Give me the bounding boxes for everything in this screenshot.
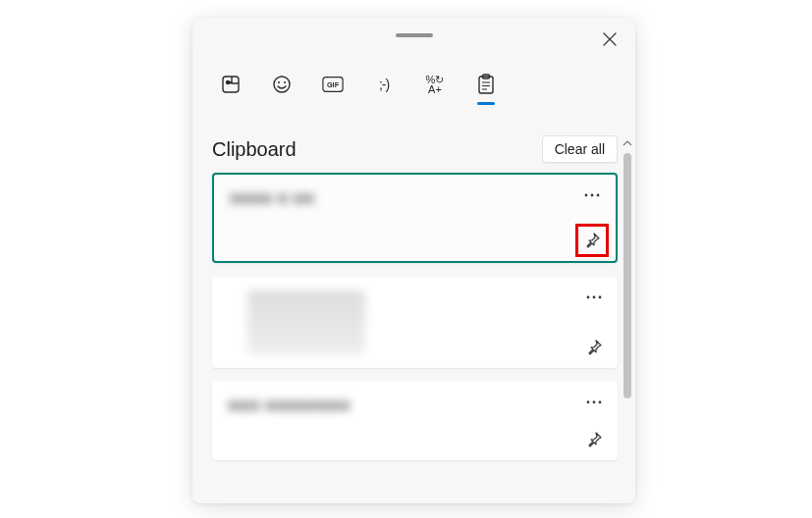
svg-point-15 [587,296,590,299]
scrollbar[interactable] [623,153,631,496]
sticker-icon [221,75,241,94]
clipboard-items: ■■■■ ■ ■■ [212,173,618,460]
tab-emoji[interactable] [271,72,293,97]
item-pin-button[interactable] [577,226,607,255]
item-more-button[interactable] [577,181,607,210]
svg-point-12 [585,194,588,197]
clear-all-button[interactable]: Clear all [542,135,618,163]
clipboard-item[interactable]: ■■■■ ■ ■■ [212,173,618,263]
emoji-clipboard-panel: GIF ;-) %↻A+ Clipboard Clear all ■■■■ ■ … [192,18,635,503]
item-preview-text: ■■■ ■■■■■■■■ [228,395,602,416]
emoji-icon [272,75,292,94]
item-pin-button[interactable] [579,425,609,454]
item-preview-image [247,290,365,354]
svg-point-3 [278,81,280,83]
svg-point-18 [587,401,590,404]
chevron-up-icon [623,140,632,146]
item-more-button[interactable] [579,388,609,417]
tab-gif[interactable]: GIF [322,72,344,97]
pin-icon [586,339,602,355]
svg-point-4 [284,81,286,83]
tab-kaomoji[interactable]: ;-) [373,72,395,97]
item-preview-text: ■■■■ ■ ■■ [230,188,600,209]
clipboard-item[interactable]: ■■■ ■■■■■■■■ [212,382,618,460]
svg-point-1 [226,80,230,84]
svg-rect-0 [223,77,239,92]
item-more-button[interactable] [579,283,609,312]
tab-bar: GIF ;-) %↻A+ [220,72,497,97]
close-button[interactable] [598,27,622,51]
tab-clipboard[interactable] [475,72,497,97]
scroll-up-arrow[interactable] [622,137,633,149]
more-icon [586,295,602,299]
drag-handle[interactable] [396,33,433,37]
svg-text:GIF: GIF [327,80,340,89]
clipboard-item[interactable] [212,277,618,368]
item-actions [574,181,610,255]
tab-symbols[interactable]: %↻A+ [424,72,446,97]
pin-icon [584,233,600,248]
more-icon [586,400,602,404]
svg-point-16 [593,296,596,299]
svg-point-2 [274,77,290,92]
pin-icon [586,432,602,447]
close-icon [603,32,617,46]
section-title: Clipboard [212,138,297,161]
symbols-icon: %↻A+ [426,75,445,94]
clipboard-body: Clipboard Clear all ■■■■ ■ ■■ [192,135,635,503]
svg-point-13 [591,194,594,197]
svg-point-17 [599,296,602,299]
kaomoji-icon: ;-) [379,77,389,92]
clipboard-icon [477,74,495,95]
svg-point-20 [599,401,602,404]
scrollbar-thumb[interactable] [623,153,631,398]
item-actions [576,283,612,362]
svg-point-14 [597,194,600,197]
tab-stickers[interactable] [220,72,242,97]
section-header: Clipboard Clear all [212,135,618,163]
item-pin-button[interactable] [579,333,609,362]
item-actions [576,388,612,454]
svg-point-19 [593,401,596,404]
gif-icon: GIF [322,76,344,93]
more-icon [584,193,600,197]
